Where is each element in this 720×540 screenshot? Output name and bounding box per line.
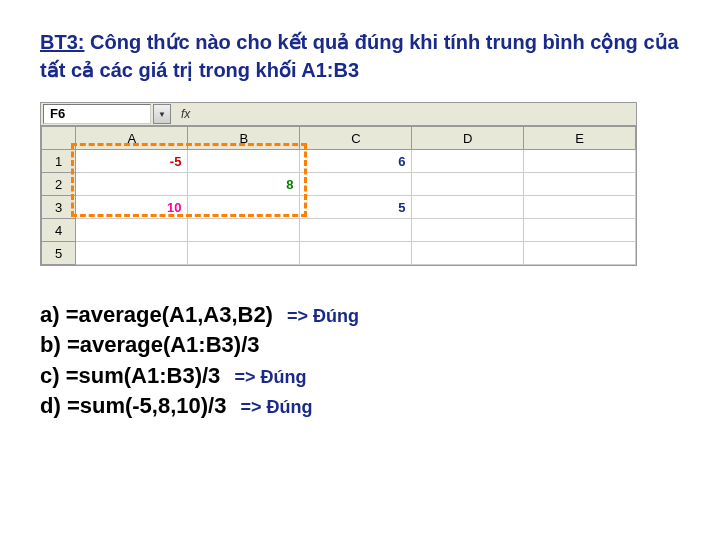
cell-A5[interactable] — [76, 242, 188, 265]
cell-B5[interactable] — [188, 242, 300, 265]
row-header-4[interactable]: 4 — [42, 219, 76, 242]
cell-B1[interactable] — [188, 150, 300, 173]
select-all-corner[interactable] — [42, 127, 76, 150]
question-prefix: BT3: — [40, 31, 84, 53]
cell-C5[interactable] — [300, 242, 412, 265]
answer-d-text: d) =sum(-5,8,10)/3 — [40, 393, 226, 418]
answer-b: b) =average(A1:B3)/3 — [40, 330, 680, 360]
cell-D3[interactable] — [412, 196, 524, 219]
cell-E1[interactable] — [524, 150, 636, 173]
answer-d: d) =sum(-5,8,10)/3 => Đúng — [40, 391, 680, 421]
question-text: Công thức nào cho kết quả đúng khi tính … — [40, 31, 679, 81]
formula-bar: F6 ▼ fx — [41, 103, 636, 126]
cell-A1[interactable]: -5 — [76, 150, 188, 173]
answer-c-mark: => Đúng — [234, 367, 306, 387]
row-header-3[interactable]: 3 — [42, 196, 76, 219]
cell-A4[interactable] — [76, 219, 188, 242]
cell-D4[interactable] — [412, 219, 524, 242]
col-header-C[interactable]: C — [300, 127, 412, 150]
cell-E3[interactable] — [524, 196, 636, 219]
col-header-A[interactable]: A — [76, 127, 188, 150]
cell-C1[interactable]: 6 — [300, 150, 412, 173]
cell-D2[interactable] — [412, 173, 524, 196]
fx-icon[interactable]: fx — [181, 107, 190, 121]
row-header-5[interactable]: 5 — [42, 242, 76, 265]
answer-a: a) =average(A1,A3,B2) => Đúng — [40, 300, 680, 330]
answer-b-text: b) =average(A1:B3)/3 — [40, 332, 259, 357]
answer-c-text: c) =sum(A1:B3)/3 — [40, 363, 220, 388]
cell-E2[interactable] — [524, 173, 636, 196]
col-header-D[interactable]: D — [412, 127, 524, 150]
answer-a-text: a) =average(A1,A3,B2) — [40, 302, 273, 327]
cell-B3[interactable] — [188, 196, 300, 219]
answer-d-mark: => Đúng — [241, 397, 313, 417]
cell-C4[interactable] — [300, 219, 412, 242]
col-header-E[interactable]: E — [524, 127, 636, 150]
answer-list: a) =average(A1,A3,B2) => Đúng b) =averag… — [40, 300, 680, 421]
cell-B2[interactable]: 8 — [188, 173, 300, 196]
name-box[interactable]: F6 — [43, 104, 151, 124]
spreadsheet: F6 ▼ fx A B C D E 1 -5 6 2 8 — [40, 102, 637, 266]
cell-C3[interactable]: 5 — [300, 196, 412, 219]
cell-D1[interactable] — [412, 150, 524, 173]
cell-A3[interactable]: 10 — [76, 196, 188, 219]
answer-a-mark: => Đúng — [287, 306, 359, 326]
cell-E5[interactable] — [524, 242, 636, 265]
chevron-down-icon[interactable]: ▼ — [153, 104, 171, 124]
cell-C2[interactable] — [300, 173, 412, 196]
row-header-2[interactable]: 2 — [42, 173, 76, 196]
row-header-1[interactable]: 1 — [42, 150, 76, 173]
question-title: BT3: Công thức nào cho kết quả đúng khi … — [40, 28, 680, 84]
cell-B4[interactable] — [188, 219, 300, 242]
answer-c: c) =sum(A1:B3)/3 => Đúng — [40, 361, 680, 391]
col-header-B[interactable]: B — [188, 127, 300, 150]
cell-D5[interactable] — [412, 242, 524, 265]
cell-A2[interactable] — [76, 173, 188, 196]
cell-E4[interactable] — [524, 219, 636, 242]
grid: A B C D E 1 -5 6 2 8 3 10 5 — [41, 126, 636, 265]
